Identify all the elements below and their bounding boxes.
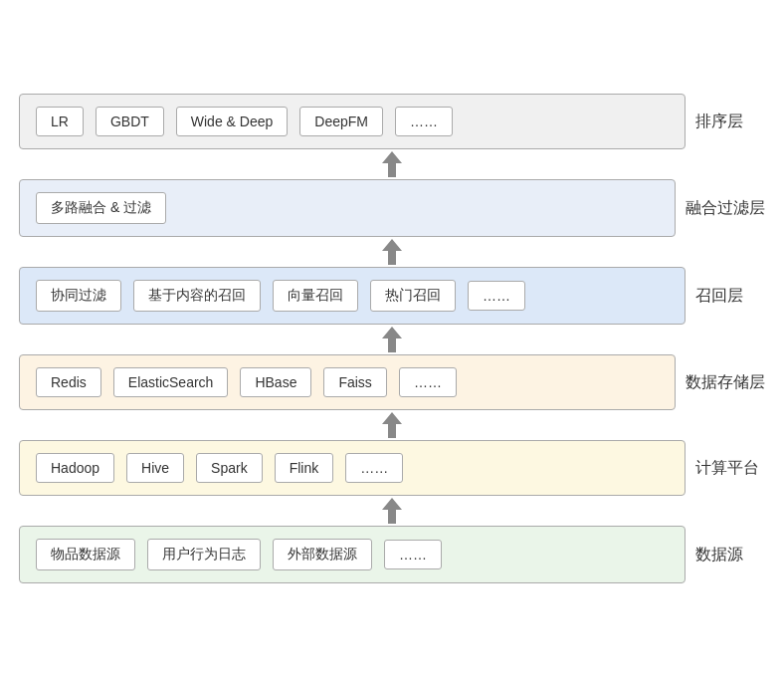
- arrow-up: [19, 149, 765, 179]
- svg-marker-2: [382, 327, 402, 352]
- layer-label-storage: 数据存储层: [686, 372, 765, 393]
- layer-box-recall: 协同过滤基于内容的召回向量召回热门召回……: [19, 267, 686, 325]
- layer-label-ranking: 排序层: [695, 112, 765, 132]
- arrow-up: [19, 496, 765, 526]
- svg-marker-0: [382, 151, 402, 177]
- layer-label-compute: 计算平台: [695, 458, 765, 479]
- item-compute: Hive: [126, 453, 184, 483]
- layer-row-ranking: LRGBDTWide & DeepDeepFM……排序层: [19, 94, 765, 149]
- arrow-up: [19, 410, 765, 440]
- item-source: ……: [384, 540, 442, 569]
- svg-marker-4: [382, 498, 402, 524]
- item-compute: Hadoop: [36, 453, 114, 483]
- layer-box-ranking: LRGBDTWide & DeepDeepFM……: [19, 94, 686, 149]
- item-source: 用户行为日志: [147, 539, 261, 570]
- item-source: 外部数据源: [273, 539, 372, 570]
- item-storage: ……: [399, 367, 457, 397]
- layer-box-source: 物品数据源用户行为日志外部数据源……: [19, 526, 686, 583]
- item-ranking: ……: [395, 107, 453, 136]
- item-storage: Faiss: [323, 367, 386, 397]
- layer-box-storage: RedisElasticSearchHBaseFaiss……: [19, 354, 676, 410]
- layer-label-recall: 召回层: [695, 286, 765, 307]
- layer-label-source: 数据源: [695, 545, 765, 565]
- layer-row-recall: 协同过滤基于内容的召回向量召回热门召回……召回层: [19, 267, 765, 325]
- svg-marker-3: [382, 412, 402, 438]
- item-ranking: LR: [36, 107, 84, 136]
- item-recall: 基于内容的召回: [133, 280, 261, 312]
- item-compute: ……: [345, 453, 403, 483]
- item-compute: Flink: [275, 453, 334, 483]
- item-source: 物品数据源: [36, 539, 135, 570]
- item-compute: Spark: [196, 453, 263, 483]
- item-storage: ElasticSearch: [113, 367, 229, 397]
- layer-label-fusion: 融合过滤层: [686, 198, 765, 219]
- item-storage: HBase: [240, 367, 311, 397]
- item-ranking: Wide & Deep: [176, 107, 288, 136]
- item-recall: ……: [468, 281, 525, 311]
- item-ranking: DeepFM: [299, 107, 383, 136]
- layer-row-compute: HadoopHiveSparkFlink……计算平台: [19, 440, 765, 496]
- layer-row-storage: RedisElasticSearchHBaseFaiss……数据存储层: [19, 354, 765, 410]
- item-storage: Redis: [36, 367, 101, 397]
- arrow-up: [19, 237, 765, 267]
- arrow-up: [19, 325, 765, 354]
- architecture-diagram: LRGBDTWide & DeepDeepFM……排序层多路融合 & 过滤融合过…: [19, 94, 765, 583]
- item-fusion: 多路融合 & 过滤: [36, 192, 166, 224]
- item-recall: 向量召回: [273, 280, 358, 312]
- layer-box-fusion: 多路融合 & 过滤: [19, 179, 676, 237]
- item-ranking: GBDT: [96, 107, 164, 136]
- layer-row-source: 物品数据源用户行为日志外部数据源……数据源: [19, 526, 765, 583]
- item-recall: 热门召回: [370, 280, 456, 312]
- layer-row-fusion: 多路融合 & 过滤融合过滤层: [19, 179, 765, 237]
- svg-marker-1: [382, 239, 402, 265]
- item-recall: 协同过滤: [36, 280, 121, 312]
- layer-box-compute: HadoopHiveSparkFlink……: [19, 440, 686, 496]
